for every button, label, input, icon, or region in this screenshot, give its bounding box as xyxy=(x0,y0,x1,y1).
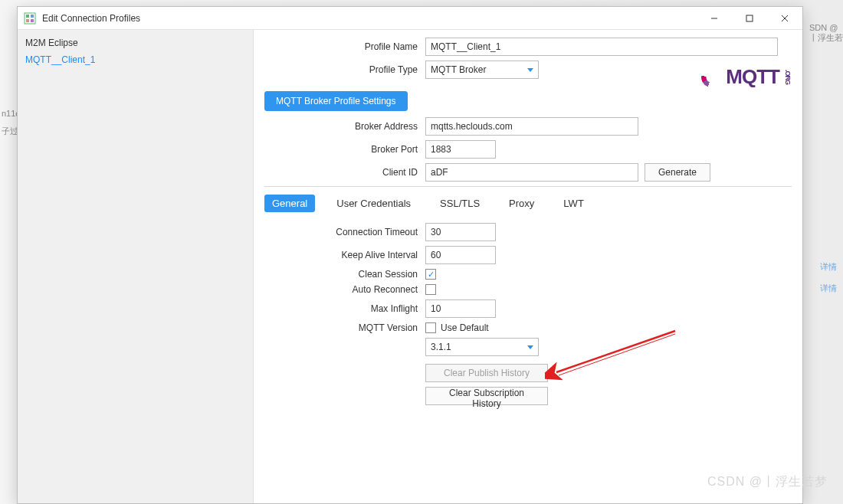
titlebar: Edit Connection Profiles xyxy=(18,7,802,30)
watermark: CSDN @丨浮生若梦 xyxy=(707,474,828,490)
max-inflight-input[interactable] xyxy=(425,299,496,318)
mqtt-version-select[interactable]: 3.1.1 xyxy=(425,338,539,356)
mqtt-logo: MQTT .ORG xyxy=(701,65,792,89)
chevron-down-icon xyxy=(527,345,533,349)
broker-address-input[interactable] xyxy=(425,117,638,136)
keep-alive-label: Keep Alive Interval xyxy=(264,250,425,260)
bg-link: 详情 xyxy=(820,261,837,273)
tab-user-credentials[interactable]: User Credentials xyxy=(329,195,418,212)
broker-port-label: Broker Port xyxy=(264,144,425,155)
auto-reconnect-checkbox[interactable] xyxy=(425,284,436,295)
profile-name-input[interactable] xyxy=(425,38,778,56)
dialog-window: Edit Connection Profiles M2M Eclipse MQT… xyxy=(17,6,803,504)
profile-type-select[interactable]: MQTT Broker xyxy=(425,61,539,79)
svg-rect-2 xyxy=(31,15,34,18)
svg-rect-1 xyxy=(26,15,29,18)
sidebar-item-m2m[interactable]: M2M Eclipse xyxy=(25,34,245,51)
profile-type-label: Profile Type xyxy=(264,64,425,75)
mqtt-logo-icon xyxy=(701,67,721,87)
chevron-down-icon xyxy=(527,68,533,72)
sidebar-item-client1[interactable]: MQTT__Client_1 xyxy=(25,51,245,68)
tab-general[interactable]: General xyxy=(264,195,315,212)
tab-proxy[interactable]: Proxy xyxy=(501,195,542,212)
clear-subscription-button[interactable]: Clear Subscription History xyxy=(425,387,548,405)
minimize-button[interactable] xyxy=(697,7,732,30)
profiles-sidebar: M2M Eclipse MQTT__Client_1 xyxy=(18,30,254,503)
clear-publish-button[interactable]: Clear Publish History xyxy=(425,364,548,382)
tab-ssl-tls[interactable]: SSL/TLS xyxy=(432,195,487,212)
client-id-label: Client ID xyxy=(264,167,425,178)
mqtt-version-value: 3.1.1 xyxy=(431,342,451,352)
broker-address-label: Broker Address xyxy=(264,121,425,132)
use-default-checkbox[interactable] xyxy=(425,322,436,333)
app-icon xyxy=(24,12,36,25)
keep-alive-input[interactable] xyxy=(425,246,496,264)
maximize-button[interactable] xyxy=(732,7,767,30)
svg-rect-3 xyxy=(26,19,29,22)
broker-port-input[interactable] xyxy=(425,140,496,159)
generate-button[interactable]: Generate xyxy=(645,163,710,182)
clean-session-checkbox[interactable] xyxy=(425,269,436,280)
main-panel: MQTT .ORG Profile Name Profile Type MQTT… xyxy=(254,30,802,503)
bg-left-strip xyxy=(0,0,17,504)
svg-rect-6 xyxy=(746,15,753,21)
clean-session-label: Clean Session xyxy=(264,269,425,280)
mqtt-logo-suffix: .ORG xyxy=(784,70,792,84)
bg-link: 详情 xyxy=(820,283,837,294)
use-default-label: Use Default xyxy=(441,322,489,333)
tab-lwt[interactable]: LWT xyxy=(556,195,591,212)
max-inflight-label: Max Inflight xyxy=(264,303,425,314)
auto-reconnect-label: Auto Reconnect xyxy=(264,284,425,295)
connection-timeout-label: Connection Timeout xyxy=(264,227,425,237)
window-title: Edit Connection Profiles xyxy=(42,13,140,24)
profile-name-label: Profile Name xyxy=(264,41,425,52)
close-button[interactable] xyxy=(767,7,802,30)
client-id-input[interactable] xyxy=(425,163,638,182)
tabs: General User Credentials SSL/TLS Proxy L… xyxy=(264,195,792,212)
mqtt-version-label: MQTT Version xyxy=(264,322,425,333)
mqtt-logo-text: MQTT xyxy=(726,65,779,89)
connection-timeout-input[interactable] xyxy=(425,223,496,241)
bg-text: SDN @丨浮生若 xyxy=(809,23,843,44)
broker-settings-button[interactable]: MQTT Broker Profile Settings xyxy=(264,91,408,111)
bg-text: 子过 xyxy=(2,126,18,137)
profile-type-value: MQTT Broker xyxy=(431,64,486,75)
svg-rect-4 xyxy=(31,19,34,22)
divider xyxy=(264,186,792,187)
